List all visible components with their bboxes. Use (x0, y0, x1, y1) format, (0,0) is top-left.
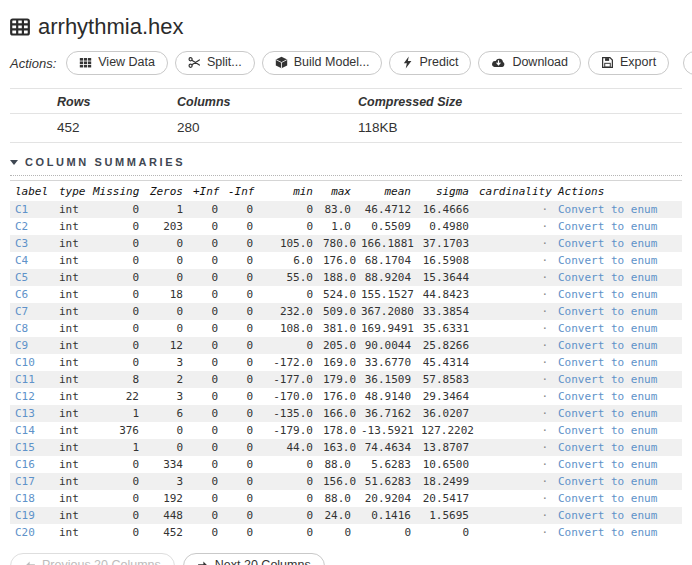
column-sigma: 36.0207 (416, 405, 474, 422)
column-label-link[interactable]: C12 (15, 390, 35, 403)
column-label-link[interactable]: C2 (15, 220, 28, 233)
frame-view: arrhythmia.hex Actions: View Data Split.… (0, 0, 692, 565)
table-row: C18 int 0 192 0 0 0 88.0 20.9204 20.5417… (10, 490, 682, 507)
column-neg-inf: 0 (223, 371, 258, 388)
column-missing: 0 (88, 269, 144, 286)
column-label-link[interactable]: C10 (15, 356, 35, 369)
header-missing: Missing (88, 181, 144, 202)
column-cardinality: · (474, 473, 553, 490)
column-label-link[interactable]: C8 (15, 322, 28, 335)
convert-to-enum-link[interactable]: Convert to enum (558, 509, 657, 522)
convert-to-enum-link[interactable]: Convert to enum (558, 475, 657, 488)
rows-value: 452 (57, 120, 177, 135)
convert-to-enum-link[interactable]: Convert to enum (558, 305, 657, 318)
column-max: 176.0 (318, 388, 356, 405)
convert-to-enum-link[interactable]: Convert to enum (558, 220, 657, 233)
column-type: int (54, 490, 88, 507)
column-type: int (54, 286, 88, 303)
convert-to-enum-link[interactable]: Convert to enum (558, 458, 657, 471)
convert-to-enum-link[interactable]: Convert to enum (558, 271, 657, 284)
view-data-button[interactable]: View Data (66, 51, 168, 75)
column-zeros: 3 (144, 473, 188, 490)
column-missing: 0 (88, 473, 144, 490)
column-neg-inf: 0 (223, 337, 258, 354)
column-type: int (54, 405, 88, 422)
convert-to-enum-link[interactable]: Convert to enum (558, 237, 657, 250)
rows-header: Rows (57, 95, 177, 109)
convert-to-enum-link[interactable]: Convert to enum (558, 322, 657, 335)
build-model-label: Build Model... (294, 55, 370, 70)
split-button[interactable]: Split... (175, 51, 255, 75)
column-pos-inf: 0 (188, 354, 223, 371)
convert-to-enum-link[interactable]: Convert to enum (558, 203, 657, 216)
column-label-link[interactable]: C15 (15, 441, 35, 454)
column-cardinality: · (474, 201, 553, 218)
column-cardinality: · (474, 235, 553, 252)
convert-to-enum-link[interactable]: Convert to enum (558, 390, 657, 403)
column-max: 381.0 (318, 320, 356, 337)
next-label: Next 20 Columns (215, 558, 311, 565)
column-label-link[interactable]: C16 (15, 458, 35, 471)
column-label-link[interactable]: C17 (15, 475, 35, 488)
stats-header-row: Rows Columns Compressed Size (10, 89, 682, 114)
convert-to-enum-link[interactable]: Convert to enum (558, 526, 657, 539)
column-missing: 0 (88, 252, 144, 269)
stats-value-row: 452 280 118KB (10, 114, 682, 143)
convert-to-enum-link[interactable]: Convert to enum (558, 254, 657, 267)
column-neg-inf: 0 (223, 490, 258, 507)
delete-button[interactable]: Delete (683, 51, 692, 75)
column-type: int (54, 388, 88, 405)
column-label-link[interactable]: C13 (15, 407, 35, 420)
header-type: type (54, 181, 88, 202)
export-button[interactable]: Export (588, 51, 669, 75)
column-label-link[interactable]: C1 (15, 203, 28, 216)
next-20-columns-button[interactable]: Next 20 Columns (183, 553, 325, 565)
column-label-link[interactable]: C7 (15, 305, 28, 318)
column-cardinality: · (474, 490, 553, 507)
column-min: 105.0 (258, 235, 318, 252)
column-label-link[interactable]: C19 (15, 509, 35, 522)
download-label: Download (512, 55, 568, 70)
column-label-link[interactable]: C6 (15, 288, 28, 301)
column-sigma: 37.1703 (416, 235, 474, 252)
column-zeros: 0 (144, 235, 188, 252)
column-label-link[interactable]: C11 (15, 373, 35, 386)
scissors-icon (188, 56, 201, 69)
column-sigma: 15.3644 (416, 269, 474, 286)
column-zeros: 1 (144, 201, 188, 218)
convert-to-enum-link[interactable]: Convert to enum (558, 492, 657, 505)
header-actions: Actions (553, 181, 682, 202)
table-row: C17 int 0 3 0 0 0 156.0 51.6283 18.2499 … (10, 473, 682, 490)
column-zeros: 3 (144, 354, 188, 371)
column-label-link[interactable]: C14 (15, 424, 35, 437)
download-button[interactable]: Download (478, 51, 581, 75)
convert-to-enum-link[interactable]: Convert to enum (558, 441, 657, 454)
column-label-link[interactable]: C18 (15, 492, 35, 505)
column-label-link[interactable]: C3 (15, 237, 28, 250)
column-mean: 155.1527 (356, 286, 416, 303)
column-summaries-section-header[interactable]: COLUMN SUMMARIES (10, 152, 682, 176)
predict-button[interactable]: Predict (389, 51, 471, 75)
column-label-link[interactable]: C9 (15, 339, 28, 352)
convert-to-enum-link[interactable]: Convert to enum (558, 339, 657, 352)
convert-to-enum-link[interactable]: Convert to enum (558, 288, 657, 301)
convert-to-enum-link[interactable]: Convert to enum (558, 373, 657, 386)
convert-to-enum-link[interactable]: Convert to enum (558, 407, 657, 420)
column-cardinality: · (474, 269, 553, 286)
column-label-link[interactable]: C5 (15, 271, 28, 284)
convert-to-enum-link[interactable]: Convert to enum (558, 356, 657, 369)
column-missing: 0 (88, 218, 144, 235)
column-label-link[interactable]: C4 (15, 254, 28, 267)
column-min: 0 (258, 473, 318, 490)
actions-label: Actions: (10, 56, 56, 71)
previous-20-columns-button[interactable]: Previous 20 Columns (10, 553, 175, 565)
table-row: C5 int 0 0 0 0 55.0 188.0 88.9204 15.364… (10, 269, 682, 286)
column-summaries-table: label type Missing Zeros +Inf -Inf min m… (10, 180, 682, 541)
column-type: int (54, 218, 88, 235)
column-type: int (54, 354, 88, 371)
column-neg-inf: 0 (223, 405, 258, 422)
convert-to-enum-link[interactable]: Convert to enum (558, 424, 657, 437)
build-model-button[interactable]: Build Model... (262, 51, 383, 75)
column-sigma: 1.5695 (416, 507, 474, 524)
column-label-link[interactable]: C20 (15, 526, 35, 539)
